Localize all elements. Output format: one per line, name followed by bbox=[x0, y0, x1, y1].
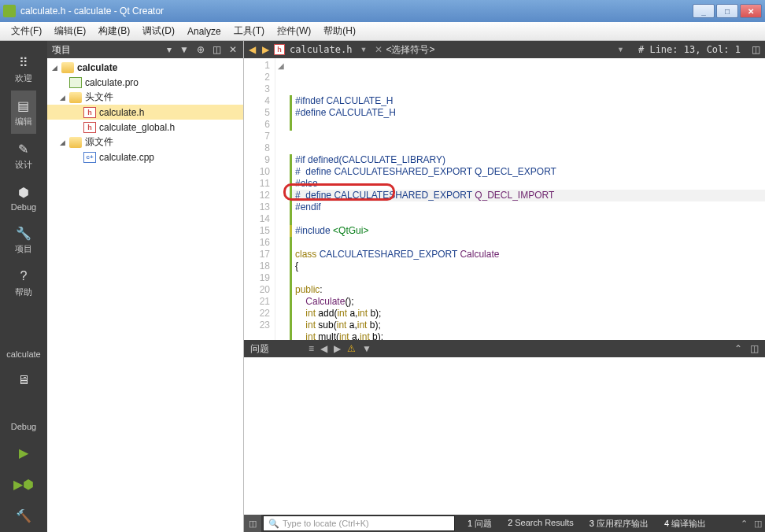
dropdown-icon[interactable]: ▾ bbox=[165, 44, 173, 55]
close-panel-icon[interactable]: ✕ bbox=[227, 44, 238, 55]
tree-project-root[interactable]: ◢ calculate bbox=[47, 60, 243, 75]
output-tab[interactable]: 2Search Results bbox=[500, 518, 582, 530]
filter-icon[interactable]: ≡ bbox=[309, 343, 314, 354]
activity-icon: ? bbox=[15, 268, 32, 285]
editor-toolbar: ◀ ▶ h calculate.h ▼ ✕ <选择符号> ▼ # Line: 1… bbox=[244, 41, 765, 58]
tree-header-file[interactable]: h calculate.h bbox=[47, 105, 243, 120]
code-lines[interactable]: #ifndef CALCULATE_H#define CALCULATE_H #… bbox=[286, 58, 765, 340]
tree-label: calculate.cpp bbox=[99, 152, 154, 163]
close-button[interactable]: ✕ bbox=[740, 4, 762, 18]
activity-bottom-item[interactable]: ▶ bbox=[0, 438, 47, 469]
tree-source-file[interactable]: c+ calculate.cpp bbox=[47, 150, 243, 164]
symbol-selector[interactable]: <选择符号> bbox=[386, 43, 609, 57]
code-line[interactable]: int add(int a,int b); bbox=[290, 308, 765, 320]
output-tab[interactable]: 3应用程序输出 bbox=[582, 518, 656, 530]
activity-item[interactable]: ▤编辑 bbox=[11, 91, 36, 134]
tree-label: 头文件 bbox=[85, 91, 113, 104]
filter-icon[interactable]: ▼ bbox=[178, 44, 190, 55]
search-icon: 🔍 bbox=[268, 519, 279, 529]
close-output-icon[interactable]: ◫ bbox=[751, 519, 765, 529]
nav-back-icon[interactable]: ◀ bbox=[247, 44, 257, 55]
activity-icon: ▤ bbox=[15, 97, 32, 114]
toggle-sidebar-icon[interactable]: ◫ bbox=[244, 515, 261, 532]
project-tree[interactable]: ◢ calculate calculate.pro ◢ 头文件 h calcul… bbox=[47, 58, 243, 532]
activity-icon: 🔨 bbox=[15, 507, 32, 524]
issues-body[interactable] bbox=[244, 357, 765, 515]
tree-headers-folder[interactable]: ◢ 头文件 bbox=[47, 90, 243, 105]
activity-item[interactable]: ?帮助 bbox=[11, 261, 36, 305]
tree-pro-file[interactable]: calculate.pro bbox=[47, 75, 243, 90]
code-line[interactable]: # define CALCULATESHARED_EXPORT Q_DECL_I… bbox=[290, 190, 765, 201]
code-line[interactable] bbox=[290, 237, 765, 249]
link-icon[interactable]: ⊕ bbox=[195, 44, 206, 55]
maximize-button[interactable]: □ bbox=[716, 4, 738, 18]
menu-item[interactable]: 编辑(E) bbox=[48, 23, 92, 39]
code-line[interactable] bbox=[290, 213, 765, 225]
tree-header-file[interactable]: h calculate_global.h bbox=[47, 120, 243, 135]
warning-icon[interactable]: ⚠ bbox=[347, 343, 356, 354]
cursor-status: # Line: 13, Col: 1 bbox=[632, 44, 747, 55]
app-icon bbox=[3, 5, 16, 17]
code-line[interactable]: #endif bbox=[290, 201, 765, 213]
code-line[interactable]: { bbox=[290, 260, 765, 272]
code-line[interactable]: #if defined(CALCULATE_LIBRARY) bbox=[290, 154, 765, 166]
nav-fwd-icon[interactable]: ▶ bbox=[261, 44, 271, 55]
activity-icon: ⠿ bbox=[15, 54, 32, 71]
activity-icon: ▶⬢ bbox=[15, 475, 32, 493]
code-line[interactable] bbox=[290, 272, 765, 284]
menu-item[interactable]: 构建(B) bbox=[92, 23, 136, 39]
activity-label: Debug bbox=[0, 422, 47, 431]
code-line[interactable]: #define CALCULATE_H bbox=[290, 107, 765, 119]
split-icon[interactable]: ◫ bbox=[211, 44, 223, 55]
editor-file-name[interactable]: calculate.h bbox=[290, 44, 352, 55]
dropdown-icon[interactable]: ▼ bbox=[612, 46, 629, 54]
menu-item[interactable]: 工具(T) bbox=[227, 23, 271, 39]
next-icon[interactable]: ▶ bbox=[334, 343, 341, 354]
menu-item[interactable]: 控件(W) bbox=[271, 23, 317, 39]
code-line[interactable]: #ifndef CALCULATE_H bbox=[290, 95, 765, 107]
locator-input[interactable]: 🔍 Type to locate (Ctrl+K) bbox=[263, 515, 455, 531]
minimize-button[interactable]: _ bbox=[693, 4, 715, 18]
code-line[interactable]: int sub(int a,int b); bbox=[290, 320, 765, 331]
activity-item[interactable]: ⠿欢迎 bbox=[11, 47, 36, 91]
activity-bottom-item[interactable]: Debug bbox=[0, 397, 47, 438]
project-panel-header: 项目 ▾ ▼ ⊕ ◫ ✕ bbox=[47, 41, 243, 58]
split-editor-icon[interactable]: ◫ bbox=[750, 44, 762, 55]
code-line[interactable]: #else bbox=[290, 178, 765, 190]
activity-bottom-item[interactable]: ▶⬢ bbox=[0, 469, 47, 501]
code-line[interactable] bbox=[290, 131, 765, 142]
activity-label: calculate bbox=[0, 349, 47, 359]
activity-bottom-item[interactable]: calculate bbox=[0, 324, 47, 365]
code-line[interactable]: # define CALCULATESHARED_EXPORT Q_DECL_E… bbox=[290, 166, 765, 178]
output-tab[interactable]: 1问题 bbox=[460, 518, 500, 530]
activity-item[interactable]: ⬢Debug bbox=[11, 177, 36, 218]
menu-item[interactable]: 帮助(H) bbox=[317, 23, 362, 39]
activity-bottom-item[interactable]: 🔨 bbox=[0, 501, 47, 532]
output-tab[interactable]: 4编译输出 bbox=[656, 518, 714, 530]
chevron-up-icon[interactable]: ⌃ bbox=[737, 519, 751, 529]
activity-bottom-item[interactable]: 🖥 bbox=[0, 365, 47, 397]
code-line[interactable]: Calculate(); bbox=[290, 296, 765, 308]
popout-icon[interactable]: ◫ bbox=[750, 343, 759, 354]
activity-item[interactable]: ✎设计 bbox=[11, 134, 36, 177]
activity-icon: 🔧 bbox=[15, 224, 32, 242]
code-line[interactable]: int mult(int a,int b); bbox=[290, 331, 765, 340]
tree-sources-folder[interactable]: ◢ 源文件 bbox=[47, 135, 243, 150]
dropdown-icon[interactable]: ▼ bbox=[355, 46, 371, 54]
activity-bar: ⠿欢迎▤编辑✎设计⬢Debug🔧项目?帮助 calculate🖥Debug▶▶⬢… bbox=[0, 41, 47, 532]
code-line[interactable] bbox=[290, 142, 765, 154]
menu-item[interactable]: Analyze bbox=[181, 24, 227, 39]
code-editor[interactable]: 1234567891011121314151617181920212223 ◢ … bbox=[244, 58, 765, 340]
code-line[interactable]: class CALCULATESHARED_EXPORT Calculate bbox=[290, 249, 765, 260]
code-line[interactable] bbox=[290, 119, 765, 131]
code-line[interactable]: public: bbox=[290, 284, 765, 296]
menu-item[interactable]: 调试(D) bbox=[136, 23, 181, 39]
activity-item[interactable]: 🔧项目 bbox=[11, 218, 36, 261]
menu-item[interactable]: 文件(F) bbox=[5, 23, 48, 39]
tree-label: calculate.h bbox=[99, 107, 144, 118]
prev-icon[interactable]: ◀ bbox=[320, 343, 327, 354]
fold-column[interactable]: ◢ bbox=[275, 58, 286, 340]
funnel-icon[interactable]: ▼ bbox=[362, 343, 371, 354]
collapse-icon[interactable]: ⌃ bbox=[734, 343, 742, 354]
code-line[interactable]: #include <QtGui> bbox=[290, 225, 765, 237]
